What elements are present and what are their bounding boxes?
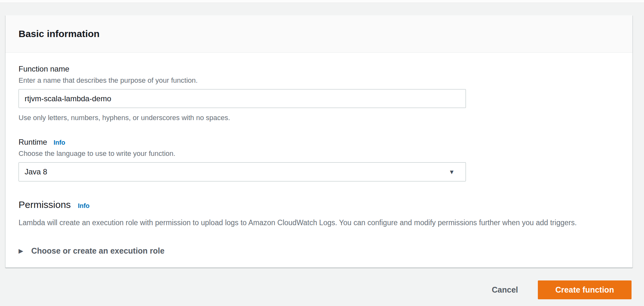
function-name-label: Function name	[19, 65, 619, 73]
execution-role-expander-label: Choose or create an execution role	[31, 246, 165, 256]
panel-body: Function name Enter a name that describe…	[5, 53, 632, 256]
runtime-description: Choose the language to use to write your…	[19, 149, 619, 158]
execution-role-expander[interactable]: ▶ Choose or create an execution role	[19, 246, 619, 256]
runtime-selected-value: Java 8	[25, 167, 47, 176]
basic-information-panel: Basic information Function name Enter a …	[5, 15, 632, 268]
permissions-info-link[interactable]: Info	[78, 202, 90, 210]
permissions-heading: Permissions Info	[19, 199, 619, 210]
runtime-label-text: Runtime	[19, 138, 47, 147]
permissions-section: Permissions Info Lambda will create an e…	[19, 199, 619, 256]
cancel-button[interactable]: Cancel	[492, 285, 518, 295]
panel-title: Basic information	[19, 28, 99, 39]
runtime-select[interactable]: Java 8 ▼	[19, 162, 466, 181]
caret-right-icon: ▶	[19, 248, 23, 254]
runtime-field: Runtime Info Choose the language to use …	[19, 138, 619, 181]
create-function-button[interactable]: Create function	[538, 280, 632, 299]
function-name-field: Function name Enter a name that describe…	[19, 65, 619, 122]
function-name-hint: Use only letters, numbers, hyphens, or u…	[19, 114, 619, 122]
permissions-heading-text: Permissions	[19, 199, 71, 210]
page-top-strip	[0, 0, 644, 3]
runtime-info-link[interactable]: Info	[53, 139, 65, 146]
permissions-description: Lambda will create an execution role wit…	[19, 218, 619, 227]
footer-actions: Cancel Create function	[492, 280, 632, 299]
function-name-label-text: Function name	[19, 65, 69, 73]
panel-header: Basic information	[5, 15, 632, 53]
function-name-input[interactable]	[19, 89, 466, 108]
runtime-label: Runtime Info	[19, 138, 619, 147]
chevron-down-icon: ▼	[449, 169, 455, 175]
function-name-description: Enter a name that describes the purpose …	[19, 76, 619, 85]
